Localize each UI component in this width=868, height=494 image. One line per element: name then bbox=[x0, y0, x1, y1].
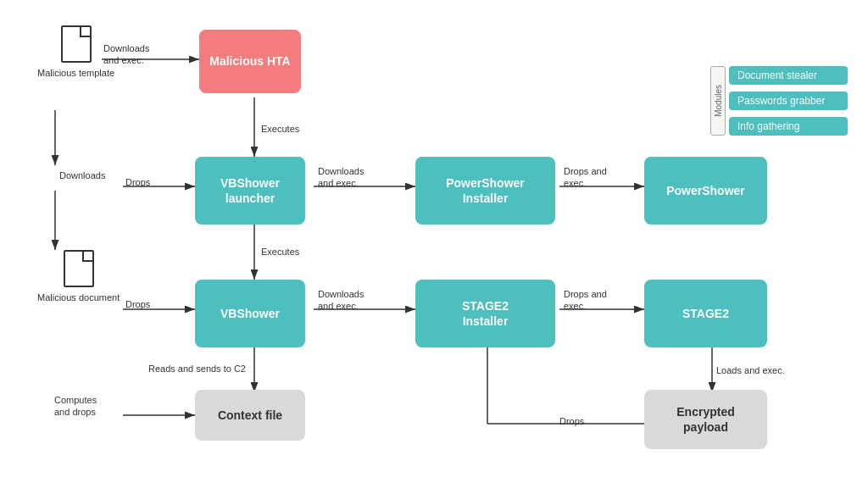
modules-label: Modules bbox=[714, 85, 723, 117]
label-drops-exec-1: Drops and exec. bbox=[564, 165, 607, 190]
label-drops-1: Drops bbox=[125, 176, 150, 188]
label-loads-exec: Loads and exec. bbox=[716, 364, 785, 376]
label-executes-1: Executes bbox=[261, 123, 299, 135]
modules-group: Modules Document stealer Passwords grabb… bbox=[712, 66, 848, 136]
module-passwords-grabber: Passwords grabber bbox=[729, 92, 848, 110]
label-downloads-exec-3: Downloads and exec. bbox=[318, 288, 364, 313]
label-executes-2: Executes bbox=[261, 246, 299, 258]
malicious-hta-node: Malicious HTA bbox=[199, 30, 301, 93]
powershower-installer-node: PowerShower Installer bbox=[415, 157, 555, 225]
stage2-node: STAGE2 bbox=[644, 280, 767, 347]
vbshower-node: VBShower bbox=[195, 280, 305, 347]
encrypted-payload-node: Encrypted payload bbox=[644, 390, 767, 449]
vbshower-launcher-node: VBShower launcher bbox=[195, 157, 305, 225]
module-document-stealer: Document stealer bbox=[729, 66, 848, 85]
label-downloads-exec-2: Downloads and exec. bbox=[318, 165, 364, 190]
stage2-installer-node: STAGE2 Installer bbox=[415, 280, 555, 347]
malicious-document-label: Malicious document bbox=[37, 292, 120, 303]
label-drops-3: Drops bbox=[559, 415, 584, 427]
context-file-node: Context file bbox=[195, 390, 305, 441]
label-downloads-1: Downloads bbox=[59, 169, 105, 181]
malicious-template-label: Malicious template bbox=[37, 68, 114, 78]
diagram: Malicious template Malicious document Ma… bbox=[0, 0, 868, 494]
malicious-document-icon: Malicious document bbox=[37, 250, 120, 303]
label-reads-sends: Reads and sends to C2 bbox=[148, 363, 246, 375]
label-drops-exec-2: Drops and exec. bbox=[564, 288, 607, 313]
module-info-gathering: Info gathering bbox=[729, 117, 848, 136]
label-downloads-exec-1: Downloads and exec. bbox=[103, 42, 149, 67]
label-computes-drops: Computes and drops bbox=[54, 394, 97, 419]
powershower-node: PowerShower bbox=[644, 157, 767, 225]
label-drops-2: Drops bbox=[125, 298, 150, 310]
